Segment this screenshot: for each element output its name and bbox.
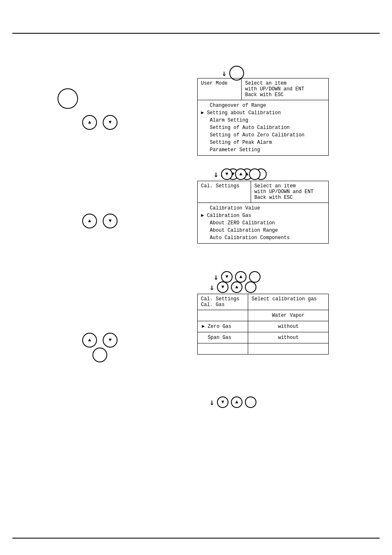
nav2-circle[interactable]	[249, 168, 261, 180]
section1-ent-button[interactable]	[58, 88, 78, 109]
bottom-down-arrow-3: ⇓	[210, 397, 214, 408]
down-button-2[interactable]	[103, 214, 118, 228]
bottom-nav-up-icon-2	[239, 274, 242, 280]
table3-row3-value	[248, 343, 329, 355]
down-icon-1	[108, 120, 111, 125]
menu2-item-cal-value: Calibration Value	[201, 205, 325, 212]
section2-table: Cal. Settings Select an item with UP/DOW…	[197, 181, 329, 244]
table3-header-labels: Cal. Settings Cal. Gas	[198, 294, 248, 310]
menu-item-alarm: Alarm Setting	[201, 117, 325, 124]
table3-row2-label: Span Gas	[198, 332, 248, 343]
table3-header-desc: Select calibration gas	[248, 294, 329, 310]
menu-item-changeover: Changeover of Range	[201, 102, 325, 109]
table3-row3-label	[198, 343, 248, 355]
table3-empty-label	[198, 310, 248, 321]
up-icon-2	[88, 218, 91, 224]
bottom-nav-up-3[interactable]	[231, 396, 242, 408]
section2-bottom-nav: ⇓	[214, 271, 261, 283]
down-arrow-icon-3: ⇓	[210, 282, 214, 292]
menu-item-calibration: ► Setting about Calibration	[201, 109, 325, 117]
up-button-1[interactable]	[82, 115, 97, 130]
menu2-item-auto-comp: Auto Calibration Components	[201, 234, 325, 242]
selected-arrow-3: ►	[202, 324, 205, 329]
section3-bottom-nav: ⇓	[210, 396, 256, 408]
down-button-3[interactable]	[103, 333, 118, 348]
bottom-nav-down-icon-2	[225, 274, 228, 280]
bottom-nav-circle-2[interactable]	[249, 271, 261, 283]
section3-small-circle[interactable]	[92, 348, 107, 362]
bottom-nav-circle-3[interactable]	[245, 396, 256, 408]
menu2-item-zero-cal: About ZERO Calibration	[201, 219, 325, 227]
nav3-down-icon	[221, 284, 224, 290]
table1-menu-cell: Changeover of Range ► Setting about Cali…	[198, 100, 329, 156]
nav3-up-icon	[235, 284, 238, 290]
top-rule	[12, 33, 380, 34]
bottom-nav-up-2[interactable]	[235, 271, 247, 283]
menu-item-auto-zero: Setting of Auto Zero Calibration	[201, 131, 325, 139]
nav3-up-circle[interactable]	[231, 281, 242, 293]
nav3-down-circle[interactable]	[217, 281, 228, 293]
up-button-2[interactable]	[82, 214, 97, 228]
menu2-item-cal-gas: ► Calibration Gas	[201, 212, 325, 219]
bottom-nav-up-icon-3	[235, 399, 238, 405]
down-button-1[interactable]	[103, 115, 118, 130]
table2-menu-cell: Calibration Value ► Calibration Gas Abou…	[198, 203, 329, 244]
table3-row1-value: without	[248, 321, 329, 332]
section3-top-nav: ⇓	[210, 281, 256, 293]
down-arrow-icon-1: ⇓	[222, 68, 227, 78]
nav3-circle[interactable]	[245, 281, 256, 293]
table3-col-header: Water Vapor	[248, 310, 329, 321]
up-icon-1	[88, 120, 91, 125]
section3-btn-row	[82, 333, 118, 348]
table3-label1: Cal. Settings	[201, 296, 240, 302]
table3-label2: Cal. Gas	[201, 302, 225, 308]
menu-item-auto-cal: Setting of Auto Calibration	[201, 124, 325, 131]
nav2-up-circle[interactable]	[235, 168, 247, 180]
table2-header-desc: Select an item with UP/DOWN and ENT Back…	[251, 181, 328, 203]
down-arrow-icon-2: ⇓	[214, 169, 219, 180]
bottom-nav-down-3[interactable]	[217, 396, 228, 408]
section3-updown-buttons	[82, 333, 118, 362]
menu-item-parameter: Parameter Setting	[201, 146, 325, 154]
bottom-down-arrow-2: ⇓	[214, 272, 219, 282]
nav2-down-circle[interactable]	[221, 168, 233, 180]
bottom-rule	[12, 538, 380, 539]
section1-updown-buttons	[82, 115, 118, 130]
section2-updown-buttons	[82, 214, 118, 228]
table1-header-desc: Select an item with UP/DOWN and ENT Back…	[242, 78, 329, 100]
selected-arrow-2: ►	[201, 213, 204, 219]
up-button-3[interactable]	[82, 333, 97, 348]
bottom-nav-down-icon-3	[221, 399, 224, 405]
down-icon-2	[108, 218, 111, 224]
table3-row2-value: without	[248, 332, 329, 343]
ent-circle-large[interactable]	[58, 88, 78, 109]
nav2-up-icon	[239, 171, 242, 177]
bottom-nav-down-2[interactable]	[221, 271, 233, 283]
menu2-item-cal-range: About Calibration Range	[201, 227, 325, 234]
page: ⇓ User Mode Select an item with UP/DOWN …	[0, 0, 392, 555]
up-icon-3	[88, 337, 91, 343]
table3-row1-label: ► Zero Gas	[198, 321, 248, 332]
nav2-down-icon	[225, 171, 228, 177]
section1-table: User Mode Select an item with UP/DOWN an…	[197, 78, 329, 156]
menu-item-peak-alarm: Setting of Peak Alarm	[201, 139, 325, 146]
section2-nav-row: ⇓	[214, 168, 261, 180]
table1-header-label: User Mode	[198, 78, 242, 100]
section3-table: Cal. Settings Cal. Gas Select calibratio…	[197, 294, 329, 355]
down-icon-3	[108, 337, 111, 343]
selected-arrow-1: ►	[201, 110, 204, 116]
table2-header-label: Cal. Settings	[198, 181, 251, 203]
